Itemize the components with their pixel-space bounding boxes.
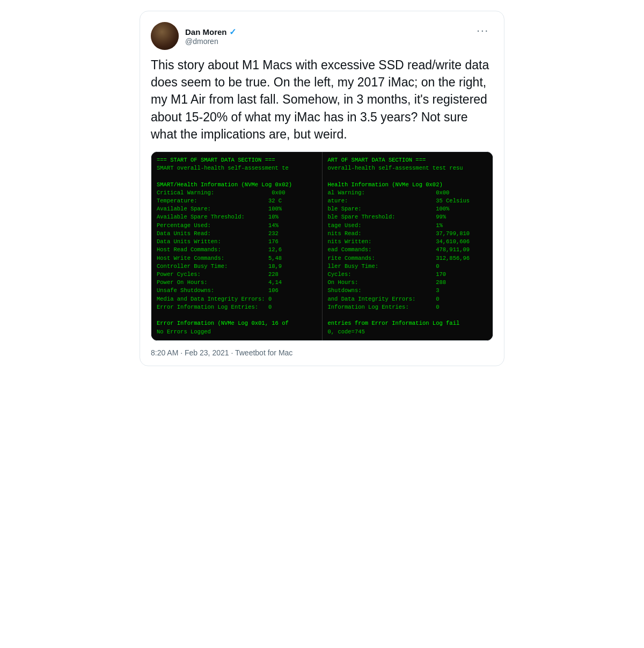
author-name: Dan Moren ✓ <box>185 27 236 37</box>
terminal-line: al Warning: 0x00 <box>328 189 488 197</box>
terminal-line: Host Write Commands: 5,48 <box>157 254 317 263</box>
terminal-line: 0, code=745 <box>328 328 488 336</box>
more-options-icon[interactable]: ··· <box>472 22 493 39</box>
terminal-line: ature: 35 Celsius <box>328 197 488 205</box>
terminal-line: Available Spare Threshold: 10% <box>157 213 317 221</box>
terminal-line: Power Cycles: 228 <box>157 271 317 279</box>
terminal-line: ART OF SMART DATA SECTION === <box>328 156 488 164</box>
terminal-line: tage Used: 1% <box>328 222 488 230</box>
verified-badge: ✓ <box>229 27 236 37</box>
terminal-line: nits Written: 34,610,606 <box>328 238 488 246</box>
terminal-line <box>328 311 488 319</box>
terminal-line: ble Spare: 100% <box>328 205 488 213</box>
terminal-line <box>157 172 317 180</box>
tweet-card: Dan Moren ✓ @dmoren ··· This story about… <box>140 11 504 366</box>
terminal-line: Cycles: 170 <box>328 271 488 279</box>
terminal-line: Critical Warning: 0x00 <box>157 189 317 197</box>
terminal-line: Information Log Entries: 0 <box>328 303 488 311</box>
terminal-line: Data Units Read: 232 <box>157 230 317 238</box>
terminal-line: Percentage Used: 14% <box>157 222 317 230</box>
terminal-line: and Data Integrity Errors: 0 <box>328 295 488 303</box>
terminal-line: ble Spare Threshold: 99% <box>328 213 488 221</box>
terminal-line: Error Information (NVMe Log 0x01, 16 of <box>157 319 317 327</box>
terminal-line: ller Busy Time: 0 <box>328 263 488 271</box>
terminal-line: Health Information (NVMe Log 0x02) <box>328 181 488 189</box>
tweet-header-left: Dan Moren ✓ @dmoren <box>151 22 236 50</box>
terminal-line: Error Information Log Entries: 0 <box>157 303 317 311</box>
tweet-image: === START OF SMART DATA SECTION === SMAR… <box>151 151 493 341</box>
terminal-line: entries from Error Information Log fail <box>328 319 488 327</box>
terminal-line: No Errors Logged <box>157 328 317 336</box>
author-info: Dan Moren ✓ @dmoren <box>185 27 236 46</box>
terminal-line <box>157 311 317 319</box>
tweet-text: This story about M1 Macs with excessive … <box>151 56 493 143</box>
terminal-left-panel: === START OF SMART DATA SECTION === SMAR… <box>151 152 322 340</box>
tweet-header: Dan Moren ✓ @dmoren ··· <box>151 22 493 50</box>
terminal-right-panel: ART OF SMART DATA SECTION === overall-he… <box>322 152 493 340</box>
terminal-line: Shutdowns: 3 <box>328 287 488 295</box>
avatar-image <box>151 22 179 50</box>
tweet-timestamp: 8:20 AM · Feb 23, 2021 · Tweetbot for Ma… <box>151 348 493 357</box>
terminal-line: SMART/Health Information (NVMe Log 0x02) <box>157 181 317 189</box>
terminal-line: nits Read: 37,799,810 <box>328 230 488 238</box>
terminal-line: === START OF SMART DATA SECTION === <box>157 156 317 164</box>
terminal-line: On Hours: 288 <box>328 279 488 287</box>
terminal-line <box>328 172 488 180</box>
terminal-line: Available Spare: 100% <box>157 205 317 213</box>
terminal-line: ead Commands: 478,911,09 <box>328 246 488 254</box>
avatar[interactable] <box>151 22 179 50</box>
author-display-name[interactable]: Dan Moren <box>185 27 227 37</box>
terminal-line: Data Units Written: 176 <box>157 238 317 246</box>
terminal-line: Controller Busy Time: 18,9 <box>157 263 317 271</box>
terminal-line: Temperature: 32 C <box>157 197 317 205</box>
terminal-line: Media and Data Integrity Errors: 0 <box>157 295 317 303</box>
author-handle[interactable]: @dmoren <box>185 37 236 46</box>
terminal-line: Power On Hours: 4,14 <box>157 279 317 287</box>
terminal-line: SMART overall-health self-assessment te <box>157 164 317 172</box>
terminal-line: rite Commands: 312,856,96 <box>328 254 488 263</box>
terminal-line: Unsafe Shutdowns: 106 <box>157 287 317 295</box>
terminal-line: Host Read Commands: 12,6 <box>157 246 317 254</box>
terminal-line: overall-health self-assessment test resu <box>328 164 488 172</box>
